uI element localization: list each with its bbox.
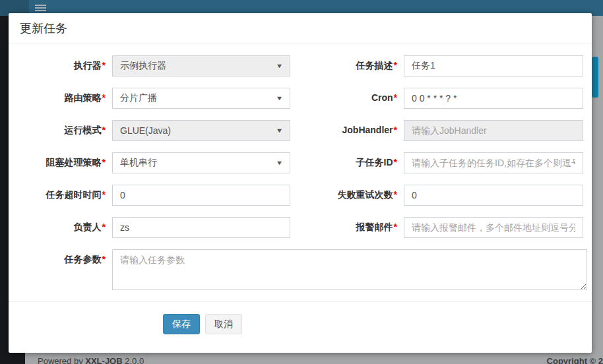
form-row: 路由策略* 分片广播 ▼ Cron*	[20, 88, 592, 109]
job-handler-input	[404, 120, 583, 141]
timeout-input[interactable]	[112, 185, 290, 206]
block-strategy-label: 阻塞处理策略*	[20, 152, 112, 173]
save-button[interactable]: 保存	[163, 314, 200, 334]
form-row: 负责人* 报警邮件*	[20, 217, 592, 238]
update-task-modal: 更新任务 执行器* 示例执行器 ▼ 任务描述* 路由策略* 分片广播 ▼ Cro…	[9, 13, 592, 353]
required-marker: *	[102, 60, 106, 71]
required-marker: *	[394, 157, 397, 167]
form-row: 运行模式* GLUE(Java) ▼ JobHandler*	[20, 120, 592, 141]
required-marker: *	[394, 60, 397, 71]
cron-label: Cron*	[290, 88, 404, 109]
job-handler-label: JobHandler*	[290, 120, 404, 141]
hamburger-icon	[35, 5, 46, 11]
job-desc-input[interactable]	[404, 55, 583, 76]
form-row: 任务超时时间* 失败重试次数*	[20, 185, 592, 206]
update-task-form: 执行器* 示例执行器 ▼ 任务描述* 路由策略* 分片广播 ▼ Cron* 运行…	[9, 44, 592, 290]
form-row: 阻塞处理策略* 单机串行 ▼ 子任务ID*	[20, 152, 592, 173]
modal-button-row: 保存 取消	[9, 302, 592, 334]
required-marker: *	[394, 189, 397, 200]
copyright-text: Copyright © 2	[547, 356, 603, 364]
author-input[interactable]	[112, 217, 290, 238]
required-marker: *	[394, 125, 397, 135]
required-marker: *	[102, 189, 106, 200]
job-params-label: 任务参数*	[20, 249, 112, 290]
chevron-down-icon: ▼	[276, 160, 284, 166]
form-row: 任务参数*	[20, 249, 592, 290]
glue-type-select: GLUE(Java) ▼	[112, 120, 290, 141]
chevron-down-icon: ▼	[276, 63, 284, 69]
cancel-button[interactable]: 取消	[205, 314, 242, 334]
required-marker: *	[394, 222, 397, 232]
block-strategy-select[interactable]: 单机串行 ▼	[112, 152, 290, 173]
alarm-email-input[interactable]	[404, 217, 583, 238]
route-strategy-label: 路由策略*	[20, 88, 112, 109]
powered-by-text: Powered by XXL-JOB 2.0.0	[38, 356, 144, 364]
alarm-email-label: 报警邮件*	[290, 217, 404, 238]
required-marker: *	[102, 92, 106, 103]
required-marker: *	[102, 125, 106, 135]
fail-retry-label: 失败重试次数*	[290, 185, 404, 206]
author-label: 负责人*	[20, 217, 112, 238]
child-jobid-input[interactable]	[404, 152, 583, 173]
page-footer: Powered by XXL-JOB 2.0.0 Copyright © 2	[0, 353, 603, 364]
child-jobid-label: 子任务ID*	[290, 152, 404, 173]
job-params-textarea[interactable]	[112, 249, 587, 290]
fail-retry-input[interactable]	[404, 185, 583, 206]
executor-label: 执行器*	[20, 55, 112, 76]
required-marker: *	[102, 222, 106, 232]
glue-type-label: 运行模式*	[20, 120, 112, 141]
required-marker: *	[394, 92, 397, 103]
job-desc-label: 任务描述*	[290, 55, 404, 76]
cron-input[interactable]	[404, 88, 583, 109]
required-marker: *	[102, 157, 106, 167]
chevron-down-icon: ▼	[276, 95, 284, 102]
route-strategy-select[interactable]: 分片广播 ▼	[112, 88, 290, 109]
required-marker: *	[102, 254, 106, 264]
form-row: 执行器* 示例执行器 ▼ 任务描述*	[20, 55, 592, 76]
executor-select: 示例执行器 ▼	[112, 55, 290, 76]
brand-name: XXL-JOB	[85, 356, 122, 364]
background-button-fragment	[592, 57, 598, 98]
modal-title: 更新任务	[9, 13, 592, 44]
timeout-label: 任务超时时间*	[20, 185, 112, 206]
chevron-down-icon: ▼	[276, 127, 284, 134]
